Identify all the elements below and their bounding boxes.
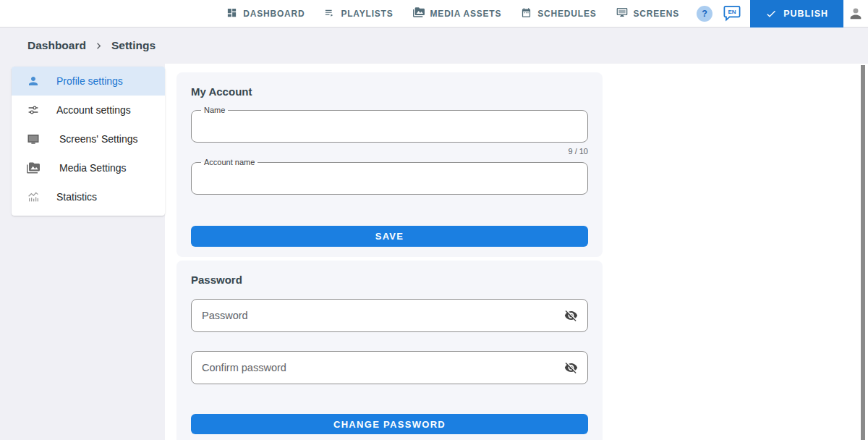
- person-icon: [848, 6, 864, 22]
- monitor-icon: [26, 132, 41, 145]
- nav-item-playlists[interactable]: PLAYLISTS: [324, 7, 393, 20]
- my-account-panel: My Account Name 9 / 10 Account name SAVE: [176, 72, 603, 257]
- check-icon: [765, 8, 777, 20]
- sidebar-item-profile-settings[interactable]: Profile settings: [12, 67, 165, 96]
- media-assets-icon: [413, 7, 425, 20]
- save-button[interactable]: SAVE: [191, 226, 588, 247]
- top-bar: DASHBOARD PLAYLISTS MEDIA ASSETS SCHEDUL…: [0, 0, 868, 28]
- sliders-icon: [26, 103, 41, 117]
- breadcrumb: Dashboard Settings: [0, 28, 868, 64]
- account-name-field: Account name: [191, 162, 588, 195]
- change-password-button[interactable]: CHANGE PASSWORD: [191, 414, 588, 434]
- sidebar-item-media-settings[interactable]: Media Settings: [12, 153, 165, 182]
- sidebar-item-label: Account settings: [56, 104, 131, 116]
- visibility-off-icon: [564, 361, 578, 375]
- breadcrumb-dashboard[interactable]: Dashboard: [27, 39, 86, 52]
- password-input[interactable]: [192, 300, 587, 331]
- chevron-right-icon: [93, 40, 105, 52]
- breadcrumb-settings: Settings: [111, 39, 156, 52]
- vertical-scrollbar[interactable]: [861, 65, 865, 440]
- language-button[interactable]: EN: [723, 5, 741, 22]
- name-input[interactable]: [192, 111, 587, 142]
- nav-item-screens[interactable]: SCREENS: [616, 7, 680, 20]
- sidebar-item-statistics[interactable]: Statistics: [12, 182, 165, 211]
- account-name-field-label: Account name: [201, 158, 258, 167]
- sidebar-item-label: Screens' Settings: [59, 133, 138, 145]
- confirm-password-input[interactable]: [192, 352, 587, 384]
- nav-item-dashboard[interactable]: DASHBOARD: [226, 7, 305, 20]
- speech-bubble-icon: EN: [723, 5, 741, 22]
- account-avatar-button[interactable]: [843, 6, 868, 22]
- settings-content: My Account Name 9 / 10 Account name SAVE…: [165, 64, 868, 440]
- main-nav: DASHBOARD PLAYLISTS MEDIA ASSETS SCHEDUL…: [226, 7, 679, 20]
- section-title-my-account: My Account: [191, 85, 252, 98]
- nav-label: PLAYLISTS: [341, 9, 393, 19]
- settings-sidebar: Profile settings Account settings Screen…: [12, 67, 165, 216]
- name-field: Name: [191, 110, 588, 143]
- name-char-counter: 9 / 10: [568, 147, 588, 156]
- publish-label: PUBLISH: [783, 9, 828, 19]
- toggle-confirm-visibility-button[interactable]: [563, 360, 579, 376]
- nav-label: SCHEDULES: [537, 9, 596, 19]
- playlists-icon: [324, 7, 335, 20]
- statistics-icon: [26, 190, 41, 203]
- screens-icon: [616, 7, 628, 20]
- nav-label: SCREENS: [634, 9, 680, 19]
- nav-label: DASHBOARD: [243, 9, 305, 19]
- sidebar-item-screens-settings[interactable]: Screens' Settings: [12, 124, 165, 153]
- password-field: [191, 299, 588, 332]
- toggle-password-visibility-button[interactable]: [563, 308, 579, 324]
- confirm-password-field: [191, 351, 588, 384]
- media-icon: [26, 161, 41, 174]
- section-title-password: Password: [191, 274, 242, 286]
- visibility-off-icon: [564, 309, 578, 323]
- language-code: EN: [728, 9, 736, 15]
- sidebar-item-label: Profile settings: [56, 75, 123, 87]
- sidebar-item-label: Media Settings: [59, 162, 127, 174]
- sidebar-item-account-settings[interactable]: Account settings: [12, 96, 165, 124]
- dashboard-icon: [226, 7, 237, 20]
- nav-item-media-assets[interactable]: MEDIA ASSETS: [413, 7, 502, 20]
- person-icon: [26, 75, 41, 88]
- password-panel: Password CHANGE PASSWORD: [176, 261, 603, 440]
- sidebar-item-label: Statistics: [56, 191, 97, 203]
- help-button[interactable]: ?: [697, 6, 712, 22]
- schedules-icon: [521, 7, 532, 20]
- nav-item-schedules[interactable]: SCHEDULES: [521, 7, 596, 20]
- nav-label: MEDIA ASSETS: [430, 9, 502, 19]
- name-field-label: Name: [201, 106, 228, 115]
- account-name-input[interactable]: [192, 163, 587, 194]
- publish-button[interactable]: PUBLISH: [750, 0, 843, 28]
